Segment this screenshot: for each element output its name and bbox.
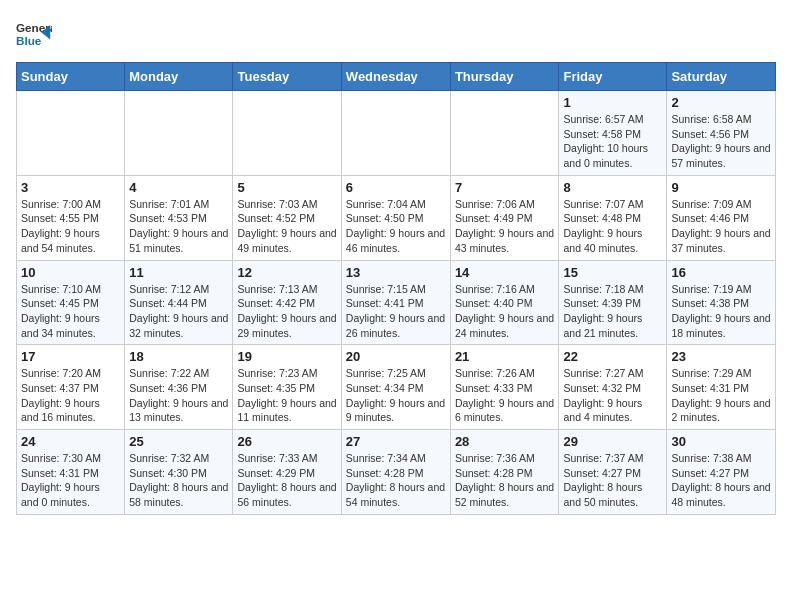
- weekday-monday: Monday: [125, 63, 233, 91]
- day-info: Sunrise: 7:37 AMSunset: 4:27 PMDaylight:…: [563, 451, 662, 510]
- day-info: Sunrise: 7:30 AMSunset: 4:31 PMDaylight:…: [21, 451, 120, 510]
- day-number: 30: [671, 434, 771, 449]
- day-number: 16: [671, 265, 771, 280]
- day-info: Sunrise: 7:12 AMSunset: 4:44 PMDaylight:…: [129, 282, 228, 341]
- day-cell: 29 Sunrise: 7:37 AMSunset: 4:27 PMDaylig…: [559, 430, 667, 515]
- day-cell: 9 Sunrise: 7:09 AMSunset: 4:46 PMDayligh…: [667, 175, 776, 260]
- weekday-sunday: Sunday: [17, 63, 125, 91]
- day-number: 29: [563, 434, 662, 449]
- day-info: Sunrise: 7:34 AMSunset: 4:28 PMDaylight:…: [346, 451, 446, 510]
- day-number: 14: [455, 265, 555, 280]
- day-cell: 8 Sunrise: 7:07 AMSunset: 4:48 PMDayligh…: [559, 175, 667, 260]
- day-info: Sunrise: 7:29 AMSunset: 4:31 PMDaylight:…: [671, 366, 771, 425]
- page-header: General Blue: [16, 16, 776, 52]
- day-number: 25: [129, 434, 228, 449]
- day-cell: 3 Sunrise: 7:00 AMSunset: 4:55 PMDayligh…: [17, 175, 125, 260]
- day-number: 22: [563, 349, 662, 364]
- day-number: 9: [671, 180, 771, 195]
- day-cell: 16 Sunrise: 7:19 AMSunset: 4:38 PMDaylig…: [667, 260, 776, 345]
- day-cell: 23 Sunrise: 7:29 AMSunset: 4:31 PMDaylig…: [667, 345, 776, 430]
- day-cell: 5 Sunrise: 7:03 AMSunset: 4:52 PMDayligh…: [233, 175, 341, 260]
- week-row-4: 24 Sunrise: 7:30 AMSunset: 4:31 PMDaylig…: [17, 430, 776, 515]
- week-row-3: 17 Sunrise: 7:20 AMSunset: 4:37 PMDaylig…: [17, 345, 776, 430]
- day-cell: [341, 91, 450, 176]
- day-number: 17: [21, 349, 120, 364]
- day-number: 19: [237, 349, 336, 364]
- day-cell: 15 Sunrise: 7:18 AMSunset: 4:39 PMDaylig…: [559, 260, 667, 345]
- day-info: Sunrise: 7:27 AMSunset: 4:32 PMDaylight:…: [563, 366, 662, 425]
- day-info: Sunrise: 6:58 AMSunset: 4:56 PMDaylight:…: [671, 112, 771, 171]
- day-number: 3: [21, 180, 120, 195]
- day-cell: 22 Sunrise: 7:27 AMSunset: 4:32 PMDaylig…: [559, 345, 667, 430]
- day-info: Sunrise: 6:57 AMSunset: 4:58 PMDaylight:…: [563, 112, 662, 171]
- day-info: Sunrise: 7:32 AMSunset: 4:30 PMDaylight:…: [129, 451, 228, 510]
- calendar-body: 1 Sunrise: 6:57 AMSunset: 4:58 PMDayligh…: [17, 91, 776, 515]
- day-cell: 26 Sunrise: 7:33 AMSunset: 4:29 PMDaylig…: [233, 430, 341, 515]
- weekday-friday: Friday: [559, 63, 667, 91]
- day-cell: 25 Sunrise: 7:32 AMSunset: 4:30 PMDaylig…: [125, 430, 233, 515]
- week-row-2: 10 Sunrise: 7:10 AMSunset: 4:45 PMDaylig…: [17, 260, 776, 345]
- day-info: Sunrise: 7:23 AMSunset: 4:35 PMDaylight:…: [237, 366, 336, 425]
- week-row-1: 3 Sunrise: 7:00 AMSunset: 4:55 PMDayligh…: [17, 175, 776, 260]
- day-number: 21: [455, 349, 555, 364]
- day-info: Sunrise: 7:36 AMSunset: 4:28 PMDaylight:…: [455, 451, 555, 510]
- day-info: Sunrise: 7:10 AMSunset: 4:45 PMDaylight:…: [21, 282, 120, 341]
- logo: General Blue: [16, 16, 56, 52]
- day-cell: 24 Sunrise: 7:30 AMSunset: 4:31 PMDaylig…: [17, 430, 125, 515]
- day-info: Sunrise: 7:33 AMSunset: 4:29 PMDaylight:…: [237, 451, 336, 510]
- day-cell: 21 Sunrise: 7:26 AMSunset: 4:33 PMDaylig…: [450, 345, 559, 430]
- day-cell: [233, 91, 341, 176]
- day-cell: 12 Sunrise: 7:13 AMSunset: 4:42 PMDaylig…: [233, 260, 341, 345]
- day-info: Sunrise: 7:01 AMSunset: 4:53 PMDaylight:…: [129, 197, 228, 256]
- day-info: Sunrise: 7:07 AMSunset: 4:48 PMDaylight:…: [563, 197, 662, 256]
- day-info: Sunrise: 7:13 AMSunset: 4:42 PMDaylight:…: [237, 282, 336, 341]
- day-info: Sunrise: 7:22 AMSunset: 4:36 PMDaylight:…: [129, 366, 228, 425]
- weekday-wednesday: Wednesday: [341, 63, 450, 91]
- day-cell: 7 Sunrise: 7:06 AMSunset: 4:49 PMDayligh…: [450, 175, 559, 260]
- day-number: 8: [563, 180, 662, 195]
- day-number: 28: [455, 434, 555, 449]
- day-cell: 14 Sunrise: 7:16 AMSunset: 4:40 PMDaylig…: [450, 260, 559, 345]
- day-cell: 10 Sunrise: 7:10 AMSunset: 4:45 PMDaylig…: [17, 260, 125, 345]
- day-number: 4: [129, 180, 228, 195]
- day-number: 15: [563, 265, 662, 280]
- day-cell: 27 Sunrise: 7:34 AMSunset: 4:28 PMDaylig…: [341, 430, 450, 515]
- weekday-thursday: Thursday: [450, 63, 559, 91]
- weekday-tuesday: Tuesday: [233, 63, 341, 91]
- day-info: Sunrise: 7:19 AMSunset: 4:38 PMDaylight:…: [671, 282, 771, 341]
- day-number: 13: [346, 265, 446, 280]
- day-number: 5: [237, 180, 336, 195]
- day-cell: 30 Sunrise: 7:38 AMSunset: 4:27 PMDaylig…: [667, 430, 776, 515]
- day-cell: 18 Sunrise: 7:22 AMSunset: 4:36 PMDaylig…: [125, 345, 233, 430]
- day-number: 23: [671, 349, 771, 364]
- day-info: Sunrise: 7:18 AMSunset: 4:39 PMDaylight:…: [563, 282, 662, 341]
- day-cell: 4 Sunrise: 7:01 AMSunset: 4:53 PMDayligh…: [125, 175, 233, 260]
- day-cell: [17, 91, 125, 176]
- logo-icon: General Blue: [16, 16, 52, 52]
- day-cell: 17 Sunrise: 7:20 AMSunset: 4:37 PMDaylig…: [17, 345, 125, 430]
- day-cell: 20 Sunrise: 7:25 AMSunset: 4:34 PMDaylig…: [341, 345, 450, 430]
- day-number: 10: [21, 265, 120, 280]
- svg-text:Blue: Blue: [16, 34, 42, 47]
- day-cell: 2 Sunrise: 6:58 AMSunset: 4:56 PMDayligh…: [667, 91, 776, 176]
- day-number: 27: [346, 434, 446, 449]
- day-cell: [450, 91, 559, 176]
- day-info: Sunrise: 7:00 AMSunset: 4:55 PMDaylight:…: [21, 197, 120, 256]
- week-row-0: 1 Sunrise: 6:57 AMSunset: 4:58 PMDayligh…: [17, 91, 776, 176]
- day-number: 12: [237, 265, 336, 280]
- day-number: 20: [346, 349, 446, 364]
- day-info: Sunrise: 7:04 AMSunset: 4:50 PMDaylight:…: [346, 197, 446, 256]
- day-info: Sunrise: 7:16 AMSunset: 4:40 PMDaylight:…: [455, 282, 555, 341]
- day-cell: 19 Sunrise: 7:23 AMSunset: 4:35 PMDaylig…: [233, 345, 341, 430]
- day-info: Sunrise: 7:20 AMSunset: 4:37 PMDaylight:…: [21, 366, 120, 425]
- day-info: Sunrise: 7:15 AMSunset: 4:41 PMDaylight:…: [346, 282, 446, 341]
- day-info: Sunrise: 7:38 AMSunset: 4:27 PMDaylight:…: [671, 451, 771, 510]
- day-number: 1: [563, 95, 662, 110]
- day-cell: 11 Sunrise: 7:12 AMSunset: 4:44 PMDaylig…: [125, 260, 233, 345]
- day-number: 11: [129, 265, 228, 280]
- day-cell: 13 Sunrise: 7:15 AMSunset: 4:41 PMDaylig…: [341, 260, 450, 345]
- day-cell: [125, 91, 233, 176]
- day-cell: 1 Sunrise: 6:57 AMSunset: 4:58 PMDayligh…: [559, 91, 667, 176]
- day-info: Sunrise: 7:03 AMSunset: 4:52 PMDaylight:…: [237, 197, 336, 256]
- weekday-saturday: Saturday: [667, 63, 776, 91]
